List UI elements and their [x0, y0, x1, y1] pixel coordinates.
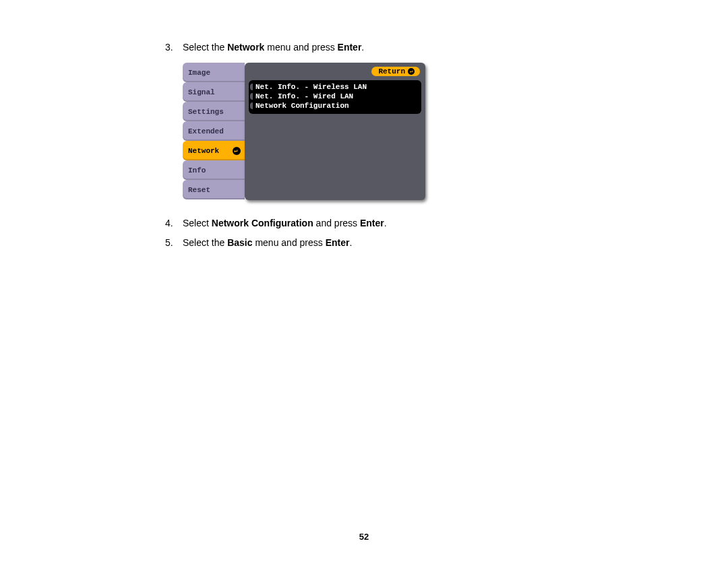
t-bold: Enter [338, 42, 362, 53]
page-number: 52 [0, 532, 728, 542]
osd-items: Net. Info. - Wireless LAN Net. Info. - W… [249, 80, 421, 114]
osd-tab-info[interactable]: Info [183, 160, 245, 180]
step-number: 5. [165, 236, 183, 250]
step-3: 3. Select the Network menu and press Ent… [165, 40, 637, 55]
osd-content-panel: Return ↵ Net. Info. - Wireless LAN Net. … [245, 63, 425, 200]
osd-tab-image[interactable]: Image [183, 63, 245, 82]
return-label: Return [378, 67, 405, 75]
step-text: Select the Basic menu and press Enter. [183, 236, 352, 250]
step-text: Select the Network menu and press Enter. [183, 40, 364, 55]
osd-tab-settings[interactable]: Settings [183, 102, 245, 121]
osd-tab-label: Network [188, 147, 219, 155]
osd-panel: Image Signal Settings Extended Network ↵… [183, 63, 425, 200]
enter-icon: ↵ [233, 148, 239, 154]
osd-tab-network[interactable]: Network ↵ [183, 141, 245, 160]
t: Select the [183, 237, 227, 248]
t-bold: Network Configuration [212, 218, 313, 228]
osd-tab-label: Info [188, 166, 206, 175]
t: Select the [183, 42, 227, 53]
t-bold: Basic [227, 237, 252, 248]
t: . [384, 218, 387, 228]
t: menu and press [253, 237, 326, 248]
osd-tab-label: Image [188, 69, 210, 77]
t: menu and press [264, 42, 337, 53]
step-5: 5. Select the Basic menu and press Enter… [165, 236, 637, 250]
content-area: 3. Select the Network menu and press Ent… [165, 40, 637, 255]
step-text: Select Network Configuration and press E… [183, 216, 387, 230]
return-button[interactable]: Return ↵ [371, 67, 420, 76]
osd-tab-signal[interactable]: Signal [183, 82, 245, 102]
osd-tab-extended[interactable]: Extended [183, 121, 245, 141]
osd-item-wireless-lan[interactable]: Net. Info. - Wireless LAN [253, 82, 417, 92]
osd-tab-label: Signal [188, 88, 215, 96]
osd-tab-list: Image Signal Settings Extended Network ↵… [183, 63, 245, 200]
enter-icon: ↵ [408, 68, 415, 75]
t: . [349, 237, 352, 248]
t-bold: Network [227, 42, 264, 53]
step-4: 4. Select Network Configuration and pres… [165, 216, 637, 230]
t: . [361, 42, 364, 53]
osd-tab-label: Extended [188, 127, 224, 135]
step-number: 3. [165, 40, 183, 55]
step-number: 4. [165, 216, 183, 230]
osd-screenshot: Image Signal Settings Extended Network ↵… [183, 63, 637, 200]
t-bold: Enter [326, 237, 350, 248]
osd-item-network-configuration[interactable]: Network Configuration [253, 101, 417, 111]
osd-item-wired-lan[interactable]: Net. Info. - Wired LAN [253, 92, 417, 101]
t: Select [183, 218, 212, 228]
t: and press [313, 218, 360, 228]
osd-tab-label: Settings [188, 108, 224, 116]
t-bold: Enter [360, 218, 384, 228]
osd-tab-label: Reset [188, 186, 210, 194]
osd-tab-reset[interactable]: Reset [183, 180, 245, 199]
document-page: 3. Select the Network menu and press Ent… [0, 0, 728, 562]
